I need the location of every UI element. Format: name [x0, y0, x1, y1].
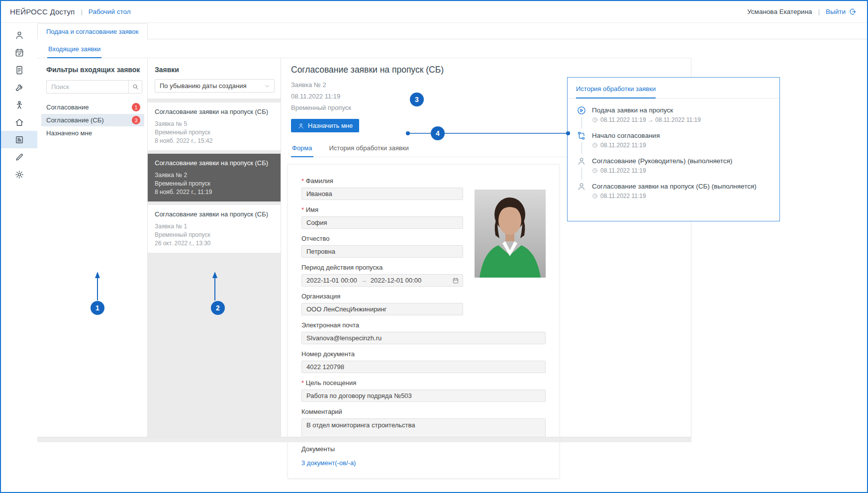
user-icon [14, 30, 24, 40]
documents-label: Документы [301, 445, 546, 453]
history-item: Согласование (Руководитель) (выполняется… [576, 156, 771, 182]
request-list: Согласование заявки на пропуск (СБ) Заяв… [148, 99, 281, 437]
request-card[interactable]: Согласование заявки на пропуск (СБ) Заяв… [148, 102, 281, 150]
filter-item-approval[interactable]: Согласование 1 [41, 101, 144, 113]
period-start-value: 2022-11-01 00:00 [306, 277, 357, 284]
sort-select[interactable]: По убыванию даты создания [155, 79, 275, 93]
header-user-area: Усманова Екатерина | Выйти [747, 7, 857, 16]
clock-icon [592, 168, 598, 174]
sort-value: По убыванию даты создания [160, 82, 247, 90]
sidebar-item-edit[interactable] [1, 148, 37, 166]
filter-item-assigned-to-me[interactable]: Назначено мне [41, 127, 144, 139]
history-item: Согласование заявки на пропуск (СБ) (вып… [576, 182, 771, 207]
field-label-last-name: Фамилия [301, 177, 546, 185]
sidebar-item-settings[interactable] [1, 166, 37, 183]
request-card-pass-type: Временный пропуск [155, 231, 274, 239]
sidebar-item-home[interactable] [1, 113, 37, 131]
filter-label: Согласование [46, 103, 89, 111]
last-name-field[interactable] [301, 188, 463, 200]
home-icon [14, 117, 24, 127]
field-label-email: Электронная почта [301, 321, 546, 329]
field-label-comment: Комментарий [301, 408, 546, 415]
annotation-line-4 [405, 129, 571, 137]
requests-header: Заявки [148, 58, 281, 74]
requests-title: Заявки [155, 66, 275, 74]
sidebar-item-requests[interactable] [1, 61, 37, 79]
workspace-link[interactable]: Рабочий стол [89, 8, 131, 15]
period-range-arrow: → [361, 277, 367, 284]
flow-start-icon [577, 131, 586, 141]
chevron-down-icon [264, 83, 271, 90]
filters-panel: Фильтры входящих заявок Согласование 1 С… [37, 58, 148, 437]
filter-label: Согласование (СБ) [46, 116, 104, 124]
request-card-date: 8 нояб. 2022 г., 15:42 [155, 137, 274, 145]
request-card[interactable]: Согласование заявки на пропуск (СБ) Заяв… [148, 205, 281, 253]
pencil-icon [14, 152, 24, 162]
horizontal-scrollbar[interactable] [37, 437, 691, 442]
sidebar-item-profile[interactable] [1, 26, 37, 44]
applicant-photo [475, 190, 546, 278]
document-number-field[interactable] [301, 361, 546, 373]
user-name: Усманова Екатерина [747, 8, 812, 15]
calendar-check-icon [14, 48, 24, 58]
tab-incoming-requests[interactable]: Входящие заявки [47, 40, 101, 58]
person-icon [297, 122, 304, 129]
field-label-organization: Организация [301, 293, 546, 300]
period-end-value: 2022-12-01 00:00 [371, 277, 422, 284]
filter-label: Назначено мне [46, 129, 92, 137]
request-card-number: Заявка № 2 [155, 171, 274, 180]
history-timeline: Подача заявки на пропуск 08.11.2022 11:1… [568, 99, 779, 207]
search-icon[interactable] [128, 81, 142, 93]
pass-period-field[interactable]: 2022-11-01 00:00 → 2022-12-01 00:00 [301, 274, 463, 287]
sidebar-item-tasks[interactable] [1, 44, 37, 61]
organization-field[interactable] [301, 303, 463, 315]
annotation-arrow-2 [211, 272, 219, 300]
history-step-title: Начало согласования [592, 132, 660, 139]
person-icon [577, 182, 586, 192]
annotation-badge-4: 4 [431, 126, 445, 140]
logout-icon [849, 7, 857, 16]
history-step-time: 08.11.2022 11:19 [600, 193, 646, 199]
tab-processing-history[interactable]: История обработки заявки [328, 140, 410, 157]
clock-icon [592, 142, 598, 148]
annotation-badge-3: 3 [410, 93, 424, 106]
history-popup-title[interactable]: История обработки заявки [576, 85, 656, 99]
clock-icon [592, 193, 598, 199]
detail-title: Согласование заявки на пропуск (СБ) [291, 65, 691, 75]
assign-button-label: Назначить мне [308, 122, 353, 129]
timeline-connector [581, 117, 582, 129]
play-circle-icon [577, 105, 586, 115]
tab-request-approval[interactable]: Подача и согласование заявок [37, 23, 148, 39]
person-icon [577, 156, 586, 166]
clock-icon [592, 117, 598, 123]
history-step-time: 08.11.2022 11:19 [600, 142, 646, 149]
history-step-time: 08.11.2022 11:19 → 08.11.2022 11:19 [600, 116, 701, 123]
history-step-time: 08.11.2022 11:19 [600, 167, 646, 174]
tab-form[interactable]: Форма [291, 140, 313, 157]
documents-link[interactable]: 3 документ(-ов/-а) [301, 459, 356, 467]
visit-purpose-field[interactable] [301, 390, 546, 402]
request-card-date: 8 нояб. 2022 г., 11:19 [155, 188, 274, 197]
assign-to-me-button[interactable]: Назначить мне [291, 119, 359, 132]
first-name-field[interactable] [301, 216, 463, 229]
sidebar-item-visitors[interactable] [1, 96, 37, 113]
sidebar-item-tools[interactable] [1, 79, 37, 96]
logout-label: Выйти [826, 8, 846, 15]
history-step-title: Подача заявки на пропуск [592, 106, 701, 114]
middle-name-field[interactable] [301, 245, 463, 258]
filter-count-badge: 3 [132, 116, 140, 124]
filter-item-approval-sb[interactable]: Согласование (СБ) 3 [41, 114, 144, 126]
sidebar-item-pass-office[interactable] [1, 131, 37, 148]
comment-field[interactable]: В отдел мониторинга строительства [301, 418, 546, 437]
request-card-selected[interactable]: Согласование заявки на пропуск (СБ) Заяв… [148, 154, 281, 201]
logout-button[interactable]: Выйти [826, 7, 857, 16]
app-header: НЕЙРОСС Доступ | Рабочий стол Усманова Е… [1, 1, 867, 23]
annotation-badge-1: 1 [91, 301, 104, 315]
icon-sidebar [1, 23, 37, 492]
timeline-connector [581, 168, 582, 180]
history-popup: История обработки заявки Подача заявки н… [567, 77, 780, 221]
field-label-doc-number: Номер документа [301, 350, 546, 358]
email-field[interactable] [301, 332, 546, 344]
calendar-icon[interactable] [452, 277, 459, 284]
search-box [46, 80, 142, 94]
